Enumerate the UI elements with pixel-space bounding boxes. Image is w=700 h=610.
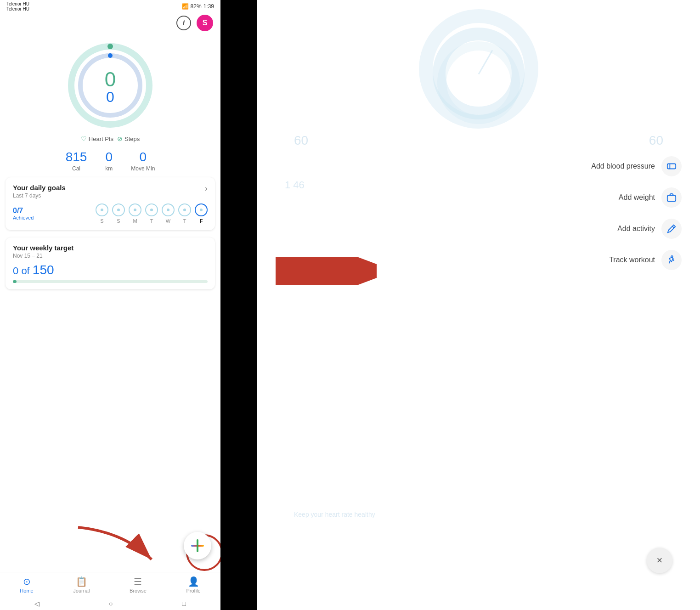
close-button[interactable]: × (647, 548, 672, 573)
profile-icon: 👤 (188, 576, 199, 587)
weekly-target-header: Your weekly target Nov 15 – 21 (13, 244, 208, 259)
recent-button[interactable]: □ (182, 600, 186, 607)
blood-pressure-label: Add blood pressure (591, 162, 655, 170)
menu-item-weight[interactable]: Add weight (591, 187, 682, 208)
black-divider (220, 0, 257, 610)
bg-text-60-right: 60 (649, 133, 663, 148)
move-min-label: Move Min (131, 165, 155, 172)
day-col-f: F (195, 203, 208, 224)
day-circle-s1 (96, 203, 108, 216)
home-label: Home (20, 588, 33, 593)
km-value: 0 (105, 150, 113, 164)
progress-ring: 0 0 (64, 40, 156, 131)
track-workout-icon (661, 250, 682, 270)
nav-profile[interactable]: 👤 Profile (186, 576, 200, 593)
day-letter-s2: S (117, 218, 120, 224)
day-circle-m (129, 203, 141, 216)
day-circle-s2 (112, 203, 125, 216)
numbers-row: 815 Cal 0 km 0 Move Min (0, 144, 220, 174)
menu-item-add-activity[interactable]: Add activity (591, 219, 682, 239)
browse-label: Browse (130, 588, 147, 593)
steps-icon: ⊘ (117, 135, 123, 142)
phone-panel: Telenor HU Telenor HU 📶 82% 1:39 i S (0, 0, 220, 610)
carrier1-label: Telenor HU (6, 1, 29, 6)
achieved-label: Achieved (13, 215, 34, 220)
svg-point-3 (108, 53, 113, 58)
fab-button[interactable] (184, 532, 211, 559)
weight-icon (661, 187, 682, 208)
day-letter-s1: S (100, 218, 103, 224)
right-arrow-annotation (276, 257, 377, 285)
fab-plus-icon (191, 539, 204, 552)
km-label: km (105, 165, 113, 172)
weekly-current: 0 of 150 (13, 265, 54, 277)
carrier2-label: Telenor HU (6, 6, 29, 11)
day-letter-t1: T (150, 218, 153, 224)
cal-label: Cal (66, 165, 87, 172)
heart-icon: ♡ (81, 135, 87, 142)
weekly-target-title: Your weekly target (13, 244, 73, 252)
status-right: 📶 82% 1:39 (182, 3, 214, 10)
day-circle-f (195, 203, 208, 216)
signal-icon: 📶 (182, 3, 189, 10)
progress-bar-bg (13, 280, 208, 283)
svg-point-2 (107, 44, 113, 49)
steps-badge: ⊘ Steps (117, 135, 140, 142)
avatar[interactable]: S (197, 15, 213, 31)
ring-container: 0 0 (0, 35, 220, 131)
move-min-value: 0 (131, 150, 155, 164)
menu-list: Add blood pressure Add weight Add activi… (591, 156, 682, 270)
day-col-s2: S (112, 203, 125, 224)
weight-label: Add weight (619, 193, 655, 202)
weekly-progress: 0 of 150 (13, 263, 208, 283)
home-icon: ⊙ (23, 576, 31, 587)
close-icon: × (657, 554, 663, 566)
info-button[interactable]: i (176, 16, 191, 30)
day-col-w: W (162, 203, 175, 224)
achieved-fraction: 0/7 (13, 207, 34, 215)
stats-labels-row: ♡ Heart Pts ⊘ Steps (0, 131, 220, 144)
menu-item-track-workout[interactable]: Track workout (591, 250, 682, 270)
nav-journal[interactable]: 📋 Journal (73, 576, 90, 593)
day-circle-w (162, 203, 175, 216)
nav-browse[interactable]: ☰ Browse (130, 576, 147, 593)
day-circles: S S M T W (96, 203, 208, 224)
cal-stat: 815 Cal (66, 150, 87, 172)
km-stat: 0 km (105, 150, 113, 172)
svg-line-9 (672, 226, 674, 228)
move-min-stat: 0 Move Min (131, 150, 155, 172)
journal-icon: 📋 (76, 576, 87, 587)
day-letter-w: W (166, 218, 170, 224)
heart-pts-badge: ♡ Heart Pts (81, 135, 113, 142)
day-col-t2: T (178, 203, 191, 224)
add-activity-label: Add activity (617, 225, 655, 233)
bg-text-60-left: 60 (294, 133, 308, 148)
blood-pressure-icon (661, 156, 682, 176)
daily-goals-card: Your daily goals Last 7 days › 0/7 Achie… (6, 177, 215, 230)
weekly-target-card: Your weekly target Nov 15 – 21 0 of 150 (6, 237, 215, 289)
menu-item-blood-pressure[interactable]: Add blood pressure (591, 156, 682, 176)
profile-label: Profile (186, 588, 200, 593)
daily-goals-chevron[interactable]: › (205, 184, 208, 193)
day-circle-t2 (178, 203, 191, 216)
battery-label: 82% (191, 3, 202, 10)
cal-value: 815 (66, 150, 87, 164)
carrier-info: Telenor HU Telenor HU (6, 1, 29, 11)
journal-label: Journal (73, 588, 90, 593)
right-panel: 60 60 1 46 Add blood pressure Add weight (257, 0, 700, 610)
top-bar: i S (0, 13, 220, 35)
bg-text-bottom: Keep your heart rate healthy (294, 511, 375, 518)
nav-home[interactable]: ⊙ Home (20, 576, 33, 593)
bg-ring-inner (437, 41, 520, 124)
day-letter-f: F (200, 218, 203, 224)
status-bar: Telenor HU Telenor HU 📶 82% 1:39 (0, 0, 220, 13)
home-button[interactable]: ○ (109, 600, 113, 607)
ring-outer-value: 0 (105, 68, 116, 90)
ring-inner-value: 0 (106, 89, 114, 105)
heart-pts-label: Heart Pts (89, 136, 113, 142)
browse-icon: ☰ (134, 576, 142, 587)
day-col-m: M (129, 203, 141, 224)
red-arrow-annotation (69, 518, 170, 573)
track-workout-label: Track workout (609, 256, 655, 264)
back-button[interactable]: ◁ (34, 600, 40, 607)
